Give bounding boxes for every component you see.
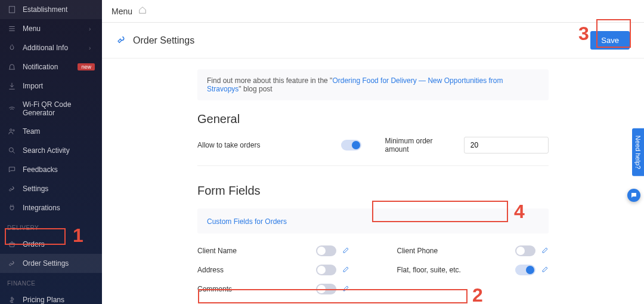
sidebar-item-label: Feedbacks xyxy=(23,165,95,174)
client-phone-label: Client Phone xyxy=(397,247,510,255)
min-amount-label: Minimum order amount xyxy=(385,137,457,153)
download-icon xyxy=(7,81,17,91)
sidebar-item-label: Wi-Fi QR Code Generator xyxy=(23,100,95,117)
sidebar-item-notification[interactable]: Notification new xyxy=(0,57,102,76)
info-banner: Find out more about this feature in the … xyxy=(197,69,549,100)
need-help-tab[interactable]: Need help? xyxy=(632,128,644,176)
client-phone-toggle[interactable] xyxy=(515,245,535,256)
sidebar-item-pricing-plans[interactable]: Pricing Plans xyxy=(0,290,102,304)
flame-icon xyxy=(7,43,17,53)
topbar: Menu xyxy=(102,0,644,23)
client-name-toggle[interactable] xyxy=(316,245,336,256)
sidebar-item-label: Team xyxy=(23,127,95,136)
bell-icon xyxy=(7,62,17,72)
edit-icon[interactable] xyxy=(541,245,549,256)
annotation-number-1: 1 xyxy=(73,225,83,247)
sidebar-item-settings[interactable]: Settings xyxy=(0,179,102,198)
address-label: Address xyxy=(197,266,310,274)
section-heading-form-fields: Form Fields xyxy=(197,184,549,198)
min-amount-input[interactable] xyxy=(464,137,549,153)
custom-fields-banner: Custom Fields for Orders xyxy=(197,208,549,234)
edit-icon[interactable] xyxy=(342,245,349,256)
page-title: Order Settings xyxy=(133,35,194,46)
wifi-icon xyxy=(7,104,17,113)
allow-orders-label: Allow to take orders xyxy=(197,141,334,149)
message-icon xyxy=(7,165,17,174)
sidebar-item-search-activity[interactable]: Search Activity xyxy=(0,141,102,160)
edit-icon[interactable] xyxy=(541,265,549,275)
breadcrumb-title: Menu xyxy=(112,7,132,16)
save-button[interactable]: Save xyxy=(590,31,630,50)
sidebar-item-import[interactable]: Import xyxy=(0,76,102,96)
svg-line-9 xyxy=(13,151,15,153)
svg-point-6 xyxy=(10,129,13,131)
svg-point-7 xyxy=(13,130,14,131)
section-heading-general: General xyxy=(197,112,549,126)
sidebar-item-label: Establishment xyxy=(23,5,95,14)
sidebar-item-integrations[interactable]: Integrations xyxy=(0,198,102,217)
edit-icon[interactable] xyxy=(342,265,349,275)
sidebar-item-label: Menu xyxy=(23,24,83,33)
annotation-number-2: 2 xyxy=(472,284,483,304)
allow-orders-toggle[interactable] xyxy=(341,140,361,151)
edit-icon[interactable] xyxy=(342,284,349,294)
building-icon xyxy=(7,5,17,14)
content-area: Find out more about this feature in the … xyxy=(102,59,644,304)
flat-floor-label: Flat, floor, suite, etc. xyxy=(397,266,510,274)
sidebar-item-wifi-qr[interactable]: Wi-Fi QR Code Generator xyxy=(0,96,102,122)
dollar-icon xyxy=(7,295,17,304)
comments-toggle[interactable] xyxy=(316,284,336,294)
sidebar-item-label: Search Activity xyxy=(23,146,95,155)
annotation-number-4: 4 xyxy=(514,201,525,223)
sidebar-item-feedbacks[interactable]: Feedbacks xyxy=(0,160,102,179)
flat-floor-toggle[interactable] xyxy=(515,265,535,275)
info-text-prefix: Find out more about this feature in the … xyxy=(207,76,332,85)
sidebar-item-label: Settings xyxy=(23,185,95,193)
sidebar-item-label: Import xyxy=(23,82,95,90)
basket-icon xyxy=(7,239,17,249)
sidebar-item-label: Additional Info xyxy=(23,44,83,52)
chevron-right-icon: › xyxy=(89,26,95,32)
sidebar-item-menu[interactable]: Menu › xyxy=(0,19,102,38)
chevron-right-icon: › xyxy=(89,45,95,51)
users-icon xyxy=(7,127,17,136)
wrench-icon xyxy=(116,34,127,47)
main-content: Menu Order Settings Save Find out more a… xyxy=(102,0,644,304)
info-text-suffix: " blog post xyxy=(239,85,272,93)
sidebar-item-label: Integrations xyxy=(23,204,95,212)
sidebar-item-label: Pricing Plans xyxy=(23,296,95,304)
page-header: Order Settings Save xyxy=(102,23,644,59)
sidebar-item-label: Orders xyxy=(23,240,95,248)
search-icon xyxy=(7,146,17,155)
sidebar-item-orders[interactable]: Orders xyxy=(0,235,102,254)
sidebar-item-team[interactable]: Team xyxy=(0,122,102,141)
wrench-icon xyxy=(7,259,17,268)
sidebar-section-delivery: DELIVERY xyxy=(0,217,102,235)
annotation-number-3: 3 xyxy=(578,23,589,45)
chat-bubble-icon[interactable] xyxy=(627,189,640,202)
comments-label: Comments xyxy=(197,285,310,293)
menu-icon xyxy=(7,24,17,33)
sidebar: Establishment Menu › Additional Info › N… xyxy=(0,0,102,304)
home-icon[interactable] xyxy=(138,6,147,16)
sidebar-item-establishment[interactable]: Establishment xyxy=(0,0,102,19)
client-name-label: Client Name xyxy=(197,247,310,255)
sidebar-item-order-settings[interactable]: Order Settings xyxy=(0,254,102,273)
new-badge: new xyxy=(78,63,95,70)
address-toggle[interactable] xyxy=(316,265,336,275)
svg-rect-0 xyxy=(9,7,14,13)
wrench-icon xyxy=(7,184,17,194)
custom-fields-link[interactable]: Custom Fields for Orders xyxy=(207,217,287,226)
sidebar-item-additional-info[interactable]: Additional Info › xyxy=(0,38,102,57)
divider xyxy=(197,165,549,166)
sidebar-item-label: Notification xyxy=(23,63,72,71)
sidebar-section-finance: FINANCE xyxy=(0,273,102,290)
plug-icon xyxy=(7,203,17,213)
sidebar-item-label: Order Settings xyxy=(23,259,95,268)
